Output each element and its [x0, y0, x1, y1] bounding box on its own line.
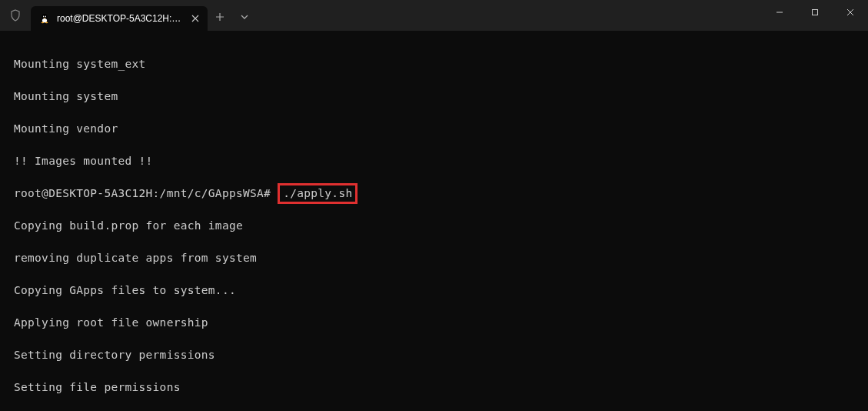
output-line: Applying root file ownership	[14, 315, 854, 331]
shield-icon	[0, 9, 31, 22]
prompt-line: root@DESKTOP-5A3C12H:/mnt/c/GAppsWSA# ./…	[14, 185, 854, 202]
titlebar: root@DESKTOP-5A3C12H: /mnt	[0, 0, 868, 31]
output-line: Copying GApps files to system...	[14, 282, 854, 299]
highlighted-command: ./apply.sh	[278, 183, 358, 204]
output-line: removing duplicate apps from system	[14, 250, 854, 266]
svg-point-5	[45, 22, 48, 23]
output-line: Mounting system_ext	[14, 56, 854, 72]
new-tab-button[interactable]	[208, 5, 232, 29]
tab-close-button[interactable]	[189, 12, 201, 25]
output-line: Mounting vendor	[14, 121, 854, 137]
svg-point-2	[43, 16, 44, 18]
close-button[interactable]	[833, 0, 868, 25]
terminal-output[interactable]: Mounting system_ext Mounting system Moun…	[0, 31, 868, 411]
prompt-prefix: root@DESKTOP-5A3C12H:/mnt/c/GAppsWSA#	[14, 187, 271, 199]
window-controls	[762, 0, 868, 31]
active-tab[interactable]: root@DESKTOP-5A3C12H: /mnt	[31, 6, 208, 31]
output-line: Mounting system	[14, 89, 854, 105]
svg-point-4	[42, 22, 45, 23]
tab-title: root@DESKTOP-5A3C12H: /mnt	[57, 13, 183, 24]
output-line: Setting file permissions	[14, 379, 854, 396]
svg-point-3	[45, 16, 46, 18]
maximize-button[interactable]	[797, 0, 833, 25]
svg-rect-6	[813, 10, 818, 15]
tux-icon	[38, 12, 51, 25]
output-line: Copying build.prop for each image	[14, 218, 854, 234]
tab-dropdown-button[interactable]	[232, 5, 257, 29]
output-line: !! Images mounted !!	[14, 153, 854, 169]
minimize-button[interactable]	[762, 0, 797, 25]
titlebar-left: root@DESKTOP-5A3C12H: /mnt	[0, 0, 257, 31]
output-line: Setting directory permissions	[14, 347, 854, 363]
